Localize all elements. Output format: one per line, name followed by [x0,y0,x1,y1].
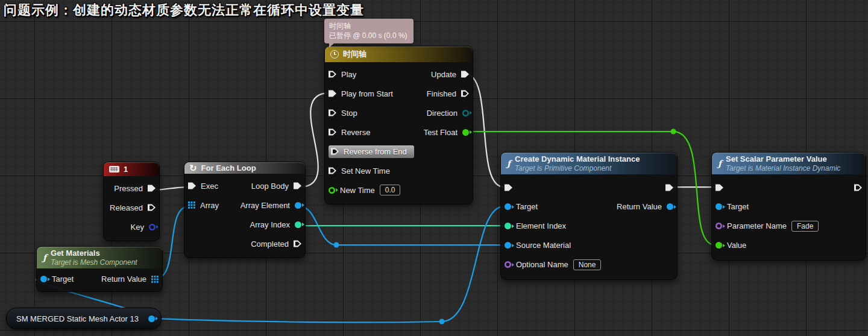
pin-reverse-from-end[interactable] [331,148,339,156]
pin-source-material[interactable] [505,242,511,249]
pin-row: Target Return Value [37,270,162,289]
wire-reroute-to-value[interactable] [673,132,715,245]
pin-row: Target Return Value [501,197,677,217]
pin-direction[interactable] [462,110,469,116]
pin-row: Target [712,197,866,217]
function-icon: ƒ [507,159,511,168]
loop-icon: ↻ [189,163,197,173]
pin-play-from-start[interactable] [329,90,336,98]
pin-sm-merged-output[interactable] [148,315,155,322]
optional-name-field[interactable]: None [573,259,602,270]
pin-return-value[interactable] [667,203,673,210]
pin-row: Array Array Element [184,195,305,215]
pin-label: Set New Time [341,166,390,176]
node-for-each-loop-header[interactable]: ↻ For Each Loop [184,162,305,174]
pin-row: Parameter NameFade [712,217,866,236]
pin-array[interactable] [188,201,195,209]
pin-test-float[interactable] [462,129,469,136]
pin-row: Optional NameNone [501,255,677,274]
pin-label: Exec [201,182,218,191]
pin-finished[interactable] [461,90,469,98]
node-key-event-header[interactable]: 1 [104,162,159,176]
parameter-name-field[interactable]: Fade [791,221,819,232]
pin-update[interactable] [461,71,469,78]
pin-label: Array [200,201,219,210]
pin-row: Set New Time [325,161,473,180]
pin-label: Play [341,70,356,79]
clock-icon [330,50,339,59]
pin-parameter-name[interactable] [715,223,722,229]
pin-element-index[interactable] [505,223,511,229]
pin-play[interactable] [329,71,336,78]
pin-set-new-time[interactable] [329,167,336,175]
pin-pressed[interactable] [148,185,156,192]
pin-row: Reverse Test Float [325,122,473,142]
pin-value[interactable] [715,242,722,249]
pin-released[interactable] [148,204,156,212]
node-get-materials[interactable]: ƒ Get Materials Target is Mesh Component… [36,246,163,292]
pin-label: Test Float [424,128,458,137]
pin-label: Source Material [516,241,571,250]
pin-target[interactable] [40,276,47,282]
pin-label: Return Value [101,274,146,284]
reroute-node-float[interactable] [671,129,676,135]
pin-target[interactable] [715,203,722,210]
reroute-node-target[interactable] [439,319,445,325]
node-timeline[interactable]: 时间轴 Play Update Play from Start Finished… [324,46,473,204]
pin-exec-out[interactable] [854,183,862,191]
node-create-dynamic-material-instance[interactable]: ƒ Create Dynamic Material Instance Targe… [500,152,678,280]
pin-exec-in[interactable] [715,183,723,191]
pin-label: Return Value [617,202,662,211]
pin-array-element[interactable] [295,202,301,209]
pin-exec-out[interactable] [665,183,673,191]
pin-array-index[interactable] [295,221,301,228]
keyboard-icon [109,166,119,173]
pin-target[interactable] [505,203,511,210]
pin-label: Loop Body [251,182,289,191]
node-set-scalar-header[interactable]: ƒ Set Scalar Parameter Value Target is M… [712,153,866,174]
pin-label: New Time [340,186,375,195]
pin-label: Released [110,203,143,212]
pin-row: Reverse from End [325,142,473,161]
pin-reverse[interactable] [329,128,336,136]
pin-exec-in[interactable] [505,183,512,191]
node-for-each-loop[interactable]: ↻ For Each Loop Exec Loop Body Array Arr… [184,162,306,258]
wire-reroute-to-dmi-target[interactable] [442,206,504,322]
pin-optional-name[interactable] [505,261,511,268]
pin-row: Play from Start Finished [325,84,473,103]
pin-row: Pressed [104,179,159,198]
pin-label: Pressed [114,184,143,193]
pin-row: Element Index [501,217,677,236]
pin-reverse-from-end-highlight[interactable]: Reverse from End [329,145,414,158]
pin-label: Key [131,223,144,232]
pin-return-value[interactable] [151,276,159,283]
pin-row: Play Update [325,65,473,84]
pin-row: Completed [184,234,305,253]
pin-key[interactable] [149,224,156,230]
node-title: 1 [124,165,128,174]
pin-label: Optional Name [516,260,568,269]
pin-row: Stop Direction [325,103,473,122]
node-timeline-header[interactable]: 时间轴 [325,46,473,62]
blueprint-graph-canvas[interactable]: 问题示例：创建的动态材质参数无法正常在循环中设置变量 时间轴 已暂停 @ 0.0… [0,0,868,336]
pin-completed[interactable] [294,240,301,248]
node-create-dmi-header[interactable]: ƒ Create Dynamic Material Instance Targe… [501,153,677,174]
pin-loop-body[interactable] [294,182,301,190]
node-sm-merged-variable[interactable]: SM MERGED Static Mesh Actor 13 [6,308,162,329]
pin-label: Array Index [250,220,290,229]
node-set-scalar-parameter-value[interactable]: ƒ Set Scalar Parameter Value Target is M… [711,152,866,261]
pin-exec[interactable] [188,182,196,190]
node-subtitle: Target is Mesh Component [51,258,137,267]
pin-label: Array Element [241,201,290,210]
pin-row: Value [712,236,866,255]
pin-stop[interactable] [329,109,336,117]
wire-smmerged-to-reroute[interactable] [140,318,442,322]
node-get-materials-header[interactable]: ƒ Get Materials Target is Mesh Component [37,247,162,268]
reroute-node-material[interactable] [334,242,339,248]
pin-row [501,178,677,197]
new-time-value-field[interactable]: 0.0 [380,185,401,195]
pin-row: Released [104,198,159,217]
node-key-event-1[interactable]: 1 Pressed Released Key [103,162,160,241]
pin-label: Target [52,274,74,284]
pin-new-time[interactable] [329,187,335,194]
